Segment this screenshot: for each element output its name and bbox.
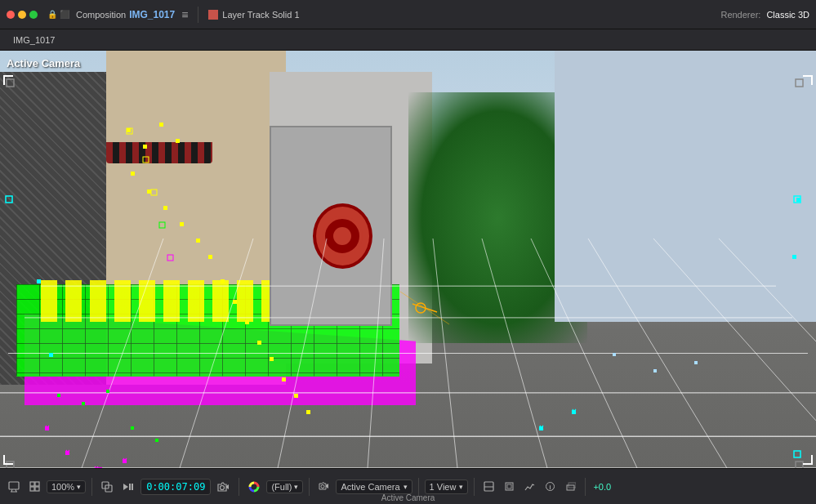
transfer-button[interactable] <box>98 479 116 495</box>
monitor-button[interactable] <box>5 479 23 495</box>
svg-rect-82 <box>30 487 34 491</box>
bottom-bar: 100% ▾ 0:00:07:09 <box>0 468 816 504</box>
road-grid-svg <box>0 239 816 468</box>
svg-point-90 <box>321 485 324 488</box>
svg-rect-86 <box>129 484 131 490</box>
lock-icon: 🔒 <box>47 10 57 19</box>
bottom-center-label: Active Camera <box>381 493 435 502</box>
minimize-button[interactable] <box>18 11 26 19</box>
svg-rect-76 <box>9 482 19 489</box>
viewport-tab[interactable]: IMG_1017 <box>7 33 61 47</box>
divider-3 <box>239 478 239 496</box>
info-button[interactable]: i <box>542 479 559 494</box>
expand-view-button[interactable] <box>480 479 497 494</box>
canvas-area: × × × × × × <box>0 51 816 468</box>
safe-zones-button[interactable] <box>501 479 518 494</box>
renderer-label: Renderer: Classic 3D <box>720 10 809 20</box>
divider-2 <box>91 478 92 496</box>
svg-rect-93 <box>506 483 513 490</box>
maximize-button[interactable] <box>29 11 38 19</box>
graph-button[interactable] <box>521 479 538 494</box>
viewport-header: IMG_1017 <box>0 29 816 51</box>
divider-1 <box>198 7 198 23</box>
layer-track-label: Layer Track Solid 1 <box>222 10 299 20</box>
view-mode-value: 1 View <box>430 482 457 492</box>
composition-label: Composition <box>76 10 126 20</box>
quality-label: (Full) <box>271 482 292 492</box>
fast-forward-button[interactable] <box>119 479 137 495</box>
divider-7 <box>585 478 586 496</box>
awning <box>106 142 212 163</box>
renderer-value: Classic 3D <box>766 10 809 20</box>
svg-rect-81 <box>35 482 39 486</box>
viewport-container: IMG_1017 <box>0 29 816 468</box>
quality-chevron: ▾ <box>294 483 298 491</box>
zoom-value: 100% <box>51 482 74 492</box>
svg-line-16 <box>719 239 816 341</box>
timecode-display[interactable]: 0:00:07:09 <box>140 479 211 495</box>
active-camera-control[interactable]: Active Camera ▾ <box>336 479 412 494</box>
layer-overlay-button[interactable] <box>562 479 579 494</box>
timecode-value: 0:00:07:09 <box>146 481 205 493</box>
layer-track: Layer Track Solid 1 <box>208 10 299 20</box>
camera-button[interactable] <box>214 479 233 494</box>
svg-text:i: i <box>550 484 551 490</box>
top-bar: 🔒 ⬛ Composition IMG_1017 ≡ Layer Track S… <box>0 0 816 29</box>
composition-name: IMG_1017 <box>129 9 175 20</box>
active-camera-value: Active Camera <box>341 482 399 492</box>
view-mode-chevron: ▾ <box>459 483 463 491</box>
view-mode-control[interactable]: 1 View ▾ <box>425 479 469 494</box>
active-camera-label: Active Camera <box>7 57 80 69</box>
zoom-control[interactable]: 100% ▾ <box>47 480 86 493</box>
quality-control[interactable]: (Full) ▾ <box>266 480 303 493</box>
menu-icon[interactable]: ≡ <box>181 8 188 21</box>
zoom-chevron: ▾ <box>77 483 81 491</box>
divider-4 <box>309 478 310 496</box>
color-wheel-button[interactable] <box>245 479 263 495</box>
svg-rect-80 <box>30 482 34 486</box>
svg-rect-94 <box>507 484 511 488</box>
svg-point-88 <box>221 485 225 489</box>
offset-value: +0.0 <box>593 482 611 492</box>
svg-rect-83 <box>35 487 39 491</box>
layer-color-swatch <box>208 10 218 20</box>
window-controls[interactable] <box>7 11 38 19</box>
camera-icon-small[interactable] <box>315 479 332 493</box>
svg-rect-87 <box>132 484 133 490</box>
composition-title: Composition IMG_1017 <box>76 9 175 20</box>
active-camera-chevron: ▾ <box>404 483 408 491</box>
composition-icon: ⬛ <box>60 10 69 19</box>
grid-view-button[interactable] <box>26 479 43 494</box>
divider-6 <box>474 478 475 496</box>
close-button[interactable] <box>7 11 15 19</box>
